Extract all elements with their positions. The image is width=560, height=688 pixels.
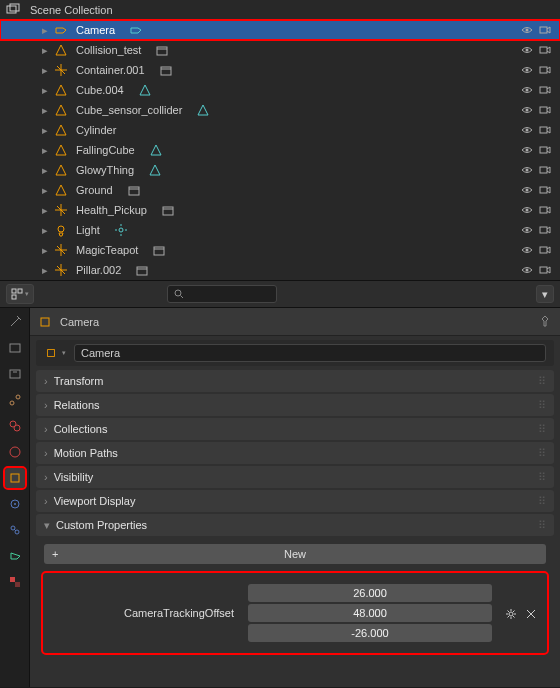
expand-arrow-icon[interactable]: ▸ bbox=[40, 145, 50, 155]
visibility-toggle[interactable] bbox=[520, 83, 534, 97]
render-toggle[interactable] bbox=[538, 123, 552, 137]
section-motion-paths[interactable]: › Motion Paths ⠿ bbox=[36, 442, 554, 464]
options-dropdown[interactable]: ▾ bbox=[536, 285, 554, 303]
outliner-item-health_pickup[interactable]: ▸ Health_Pickup bbox=[0, 200, 560, 220]
drag-grip-icon[interactable]: ⠿ bbox=[538, 471, 546, 484]
render-toggle[interactable] bbox=[538, 243, 552, 257]
archive-icon[interactable] bbox=[135, 263, 149, 277]
pin-icon[interactable] bbox=[538, 314, 552, 330]
object-name-input[interactable] bbox=[74, 344, 546, 362]
search-input[interactable] bbox=[167, 285, 277, 303]
tab-viewlayer[interactable] bbox=[5, 390, 25, 410]
render-toggle[interactable] bbox=[538, 163, 552, 177]
visibility-toggle[interactable] bbox=[520, 223, 534, 237]
render-toggle[interactable] bbox=[538, 103, 552, 117]
outliner-item-glowything[interactable]: ▸ GlowyThing bbox=[0, 160, 560, 180]
visibility-toggle[interactable] bbox=[520, 23, 534, 37]
section-custom-properties[interactable]: ▾ Custom Properties ⠿ bbox=[36, 514, 554, 536]
outliner-item-pillar-002[interactable]: ▸ Pillar.002 bbox=[0, 260, 560, 280]
visibility-toggle[interactable] bbox=[520, 163, 534, 177]
render-toggle[interactable] bbox=[538, 263, 552, 277]
expand-arrow-icon[interactable]: ▸ bbox=[40, 125, 50, 135]
expand-arrow-icon[interactable]: ▸ bbox=[40, 45, 50, 55]
section-visibility[interactable]: › Visibility ⠿ bbox=[36, 466, 554, 488]
outliner-item-fallingcube[interactable]: ▸ FallingCube bbox=[0, 140, 560, 160]
gear-icon[interactable] bbox=[504, 607, 518, 621]
close-icon[interactable] bbox=[524, 607, 538, 621]
expand-arrow-icon[interactable]: ▸ bbox=[40, 225, 50, 235]
tab-output[interactable] bbox=[5, 364, 25, 384]
expand-arrow-icon[interactable]: ▸ bbox=[40, 85, 50, 95]
triangle-icon[interactable] bbox=[196, 103, 210, 117]
visibility-toggle[interactable] bbox=[520, 103, 534, 117]
drag-grip-icon[interactable]: ⠿ bbox=[538, 519, 546, 532]
outliner-item-magicteapot[interactable]: ▸ MagicTeapot bbox=[0, 240, 560, 260]
tab-constraints[interactable] bbox=[5, 520, 25, 540]
render-toggle[interactable] bbox=[538, 23, 552, 37]
outliner-item-ground[interactable]: ▸ Ground bbox=[0, 180, 560, 200]
property-value-z[interactable]: -26.000 bbox=[248, 624, 492, 642]
tab-render[interactable] bbox=[5, 338, 25, 358]
outliner-item-container-001[interactable]: ▸ Container.001 bbox=[0, 60, 560, 80]
tab-texture[interactable] bbox=[5, 572, 25, 592]
visibility-toggle[interactable] bbox=[520, 203, 534, 217]
outliner-item-light[interactable]: ▸ Light bbox=[0, 220, 560, 240]
triangle-icon[interactable] bbox=[138, 83, 152, 97]
expand-arrow-icon[interactable]: ▸ bbox=[40, 205, 50, 215]
filter-button[interactable]: ▾ bbox=[6, 284, 34, 304]
triangle-icon[interactable] bbox=[149, 143, 163, 157]
visibility-toggle[interactable] bbox=[520, 123, 534, 137]
section-relations[interactable]: › Relations ⠿ bbox=[36, 394, 554, 416]
expand-arrow-icon[interactable]: ▸ bbox=[40, 265, 50, 275]
section-collections[interactable]: › Collections ⠿ bbox=[36, 418, 554, 440]
tab-object[interactable] bbox=[5, 468, 25, 488]
visibility-toggle[interactable] bbox=[520, 43, 534, 57]
visibility-toggle[interactable] bbox=[520, 183, 534, 197]
sun-icon[interactable] bbox=[114, 223, 128, 237]
visibility-toggle[interactable] bbox=[520, 63, 534, 77]
render-toggle[interactable] bbox=[538, 203, 552, 217]
section-viewport-display[interactable]: › Viewport Display ⠿ bbox=[36, 490, 554, 512]
tab-scene[interactable] bbox=[5, 416, 25, 436]
expand-arrow-icon[interactable]: ▸ bbox=[40, 245, 50, 255]
archive-icon[interactable] bbox=[161, 203, 175, 217]
visibility-toggle[interactable] bbox=[520, 143, 534, 157]
tab-tool[interactable] bbox=[5, 312, 25, 332]
visibility-toggle[interactable] bbox=[520, 263, 534, 277]
property-value-x[interactable]: 26.000 bbox=[248, 584, 492, 602]
archive-icon[interactable] bbox=[159, 63, 173, 77]
outliner-item-cylinder[interactable]: ▸ Cylinder bbox=[0, 120, 560, 140]
archive-icon[interactable] bbox=[155, 43, 169, 57]
outliner-item-camera[interactable]: ▸ Camera bbox=[0, 20, 560, 40]
visibility-toggle[interactable] bbox=[520, 243, 534, 257]
expand-arrow-icon[interactable]: ▸ bbox=[40, 25, 50, 35]
triangle-icon[interactable] bbox=[148, 163, 162, 177]
render-toggle[interactable] bbox=[538, 223, 552, 237]
archive-icon[interactable] bbox=[127, 183, 141, 197]
outliner-item-cube_sensor_collider[interactable]: ▸ Cube_sensor_collider bbox=[0, 100, 560, 120]
section-transform[interactable]: › Transform ⠿ bbox=[36, 370, 554, 392]
expand-arrow-icon[interactable]: ▸ bbox=[40, 105, 50, 115]
render-toggle[interactable] bbox=[538, 63, 552, 77]
camera-data-icon[interactable] bbox=[129, 23, 143, 37]
drag-grip-icon[interactable]: ⠿ bbox=[538, 399, 546, 412]
tab-modifiers[interactable] bbox=[5, 494, 25, 514]
render-toggle[interactable] bbox=[538, 183, 552, 197]
drag-grip-icon[interactable]: ⠿ bbox=[538, 495, 546, 508]
scene-collection-row[interactable]: Scene Collection bbox=[0, 0, 560, 20]
render-toggle[interactable] bbox=[538, 143, 552, 157]
render-toggle[interactable] bbox=[538, 83, 552, 97]
expand-arrow-icon[interactable]: ▸ bbox=[40, 165, 50, 175]
property-value-y[interactable]: 48.000 bbox=[248, 604, 492, 622]
drag-grip-icon[interactable]: ⠿ bbox=[538, 375, 546, 388]
drag-grip-icon[interactable]: ⠿ bbox=[538, 447, 546, 460]
tab-world[interactable] bbox=[5, 442, 25, 462]
expand-arrow-icon[interactable]: ▸ bbox=[40, 185, 50, 195]
expand-arrow-icon[interactable]: ▸ bbox=[40, 65, 50, 75]
new-property-button[interactable]: + New bbox=[44, 544, 546, 564]
archive-icon[interactable] bbox=[152, 243, 166, 257]
render-toggle[interactable] bbox=[538, 43, 552, 57]
drag-grip-icon[interactable]: ⠿ bbox=[538, 423, 546, 436]
tab-data[interactable] bbox=[5, 546, 25, 566]
outliner-item-cube-004[interactable]: ▸ Cube.004 bbox=[0, 80, 560, 100]
